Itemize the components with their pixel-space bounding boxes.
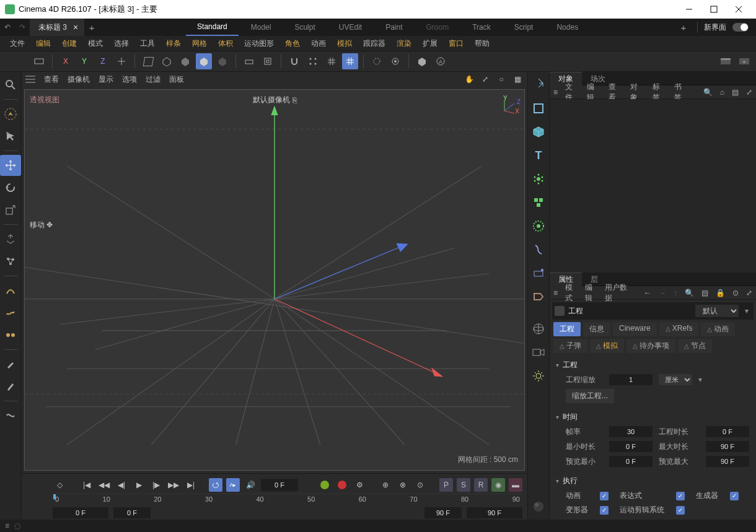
new-layout-label[interactable]: 新界面 (704, 22, 726, 33)
key-gear-icon[interactable]: ⚙ (353, 478, 366, 492)
layout-nodes[interactable]: Nodes (545, 19, 589, 36)
attr-filter-icon[interactable]: ▤ (701, 289, 708, 297)
vp-panel[interactable]: 面板 (169, 74, 184, 85)
mintime-field[interactable] (609, 441, 653, 452)
axis-y-button[interactable]: Y (76, 53, 92, 69)
autokey-icon[interactable]: A▸ (226, 478, 240, 492)
chip-info[interactable]: 信息 (583, 322, 610, 336)
menu-spline[interactable]: 样条 (161, 36, 186, 51)
scale-project-button[interactable]: 缩放工程... (566, 389, 614, 403)
axis-x-button[interactable]: X (58, 53, 74, 69)
spline-smooth-icon[interactable] (0, 325, 21, 346)
solo-button[interactable] (414, 53, 430, 69)
picture-viewer-button[interactable] (736, 53, 752, 69)
record-key-icon[interactable] (318, 478, 332, 492)
isolate-button[interactable]: A (433, 53, 449, 69)
field-icon[interactable] (528, 263, 549, 284)
scl-key-icon[interactable]: ⊙ (413, 478, 427, 492)
material-icon[interactable] (528, 496, 549, 517)
spline-sketch-icon[interactable] (0, 302, 21, 323)
attr-back-icon[interactable]: ← (644, 289, 651, 297)
menu-mode[interactable]: 模式 (83, 36, 108, 51)
menu-select[interactable]: 选择 (109, 36, 134, 51)
key-s-icon[interactable]: S (457, 478, 470, 492)
project-unit-select[interactable]: 厘米 (659, 374, 692, 385)
tag-icon[interactable] (528, 286, 549, 307)
goto-start-icon[interactable]: |◀ (80, 478, 94, 492)
layout-toggle[interactable] (732, 23, 749, 32)
next-key-icon[interactable]: ▶▶ (167, 478, 180, 492)
key-l-icon[interactable]: ▬ (509, 478, 522, 492)
chip-sim[interactable]: △模拟 (590, 339, 624, 353)
planar-button[interactable] (260, 53, 276, 69)
key-r-icon[interactable]: R (474, 478, 488, 492)
vp-camera[interactable]: 摄像机 (68, 74, 90, 85)
key-marker-icon[interactable]: ◇ (53, 478, 66, 492)
vp-maximize-icon[interactable]: ▦ (511, 73, 524, 85)
cloner-icon[interactable] (528, 168, 549, 190)
exec-def-check[interactable]: ✓ (600, 506, 609, 515)
shading-wire-button[interactable] (140, 53, 156, 69)
tool-editable[interactable] (31, 53, 47, 69)
close-button[interactable] (726, 0, 751, 19)
deformer-icon[interactable] (528, 239, 549, 260)
viewport-menu-icon[interactable] (25, 76, 35, 83)
spline-pen-icon[interactable] (0, 280, 21, 301)
next-frame-icon[interactable]: |▶ (149, 478, 163, 492)
maxtime-field[interactable] (706, 441, 749, 452)
duration-field[interactable] (706, 426, 749, 437)
attr-up-icon[interactable]: ↑ (674, 289, 677, 297)
loop-icon[interactable]: ⭯ (209, 478, 222, 492)
obj-menu-icon[interactable]: ≡ (553, 88, 558, 97)
globe-icon[interactable] (528, 318, 549, 339)
obj-search-icon[interactable]: 🔍 (703, 88, 713, 97)
search-icon[interactable] (0, 74, 21, 95)
exec-gen-check[interactable]: ✓ (730, 492, 739, 500)
attr-pop-icon[interactable]: ⤢ (746, 289, 752, 297)
attr-lock-icon[interactable]: 🔒 (716, 289, 725, 297)
attr-menu-icon[interactable]: ≡ (553, 289, 558, 297)
project-scale-field[interactable] (609, 374, 653, 385)
light-icon[interactable] (528, 365, 549, 386)
arrow-tool-icon[interactable] (528, 74, 549, 95)
attr-search-icon[interactable]: 🔍 (685, 289, 694, 297)
close-tab-button[interactable]: × (73, 22, 78, 32)
document-tab[interactable]: 未标题 3 × (30, 19, 84, 36)
menu-tracker[interactable]: 跟踪器 (358, 36, 390, 51)
obj-filter-icon[interactable]: ▤ (732, 88, 739, 97)
pos-key-icon[interactable]: ⊕ (379, 478, 392, 492)
preview-end-field[interactable] (424, 507, 462, 518)
layout-uvedit[interactable]: UVEdit (328, 19, 373, 36)
layout-script[interactable]: Script (503, 19, 545, 36)
move-tool-icon[interactable] (0, 155, 21, 176)
sound-icon[interactable]: 🔊 (244, 478, 257, 492)
shading-gouraud-button[interactable] (177, 53, 193, 69)
text-primitive-icon[interactable]: T (528, 145, 549, 166)
render-region-button[interactable] (369, 53, 385, 69)
status-menu-icon[interactable]: ≡ (5, 521, 9, 530)
add-layout-button[interactable]: + (676, 22, 691, 33)
section-exec[interactable]: 执行 (556, 474, 750, 488)
chip-project[interactable]: 工程 (553, 322, 581, 336)
prev-key-icon[interactable]: ◀◀ (97, 478, 111, 492)
place-tool-icon[interactable] (0, 229, 21, 250)
menu-anim[interactable]: 动画 (306, 36, 331, 51)
layout-standard[interactable]: Standard (186, 19, 239, 36)
object-manager[interactable] (550, 99, 756, 273)
axis-z-button[interactable]: Z (95, 53, 111, 69)
maximize-button[interactable] (701, 0, 726, 19)
vp-pan-icon[interactable]: ✋ (463, 73, 475, 85)
range-end-field[interactable] (467, 507, 522, 518)
vp-filter[interactable]: 过滤 (146, 74, 160, 85)
menu-window[interactable]: 窗口 (444, 36, 468, 51)
menu-sim[interactable]: 模拟 (332, 36, 357, 51)
section-time[interactable]: 时间 (556, 410, 750, 424)
rotate-tool-icon[interactable] (0, 177, 21, 198)
chip-todo[interactable]: △待办事项 (626, 339, 675, 353)
redo-button[interactable]: ↷ (15, 20, 30, 35)
menu-char[interactable]: 角色 (280, 36, 305, 51)
layout-sculpt[interactable]: Sculpt (283, 19, 326, 36)
add-tab-button[interactable]: + (84, 22, 99, 33)
record-icon[interactable] (335, 478, 349, 492)
pmax-field[interactable] (706, 456, 749, 467)
